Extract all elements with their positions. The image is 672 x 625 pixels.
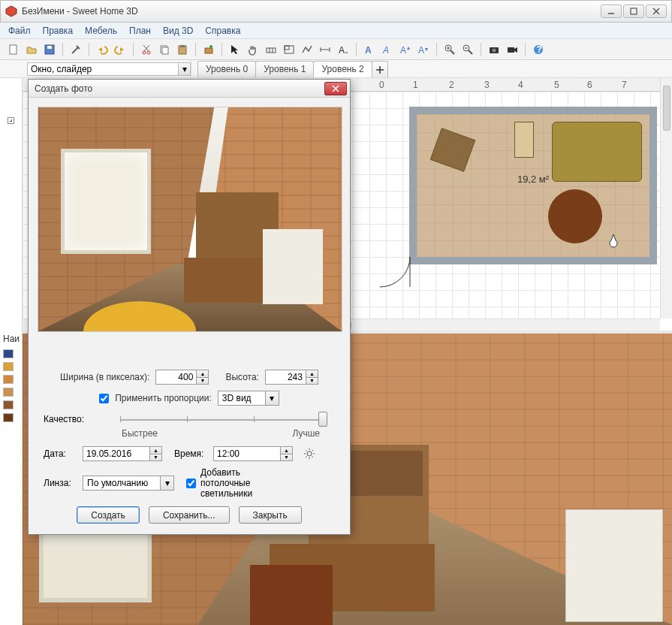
proportions-dropdown-button[interactable]: ▾: [266, 391, 279, 406]
apply-proportions-checkbox[interactable]: [99, 394, 109, 403]
sun-button[interactable]: [302, 446, 317, 461]
slider-thumb[interactable]: [318, 412, 327, 427]
svg-rect-20: [205, 48, 212, 53]
spin-up-button[interactable]: ▲: [197, 370, 209, 377]
svg-marker-39: [425, 48, 428, 51]
svg-text:A: A: [365, 45, 372, 56]
decrease-text-icon[interactable]: A: [416, 42, 431, 57]
quality-label: Качество:: [38, 414, 113, 424]
date-input[interactable]: [83, 446, 150, 461]
furniture-sofa[interactable]: [552, 122, 642, 182]
increase-text-icon[interactable]: A: [398, 42, 413, 57]
quality-slider[interactable]: [120, 412, 323, 427]
lens-input[interactable]: [83, 476, 161, 491]
preferences-icon[interactable]: [68, 42, 83, 57]
dialog-title: Создать фото: [35, 83, 324, 94]
list-item[interactable]: [2, 385, 21, 398]
svg-point-48: [493, 48, 496, 52]
text-bold-icon[interactable]: A: [362, 42, 377, 57]
list-item[interactable]: [2, 360, 21, 373]
menu-help[interactable]: Справка: [200, 24, 246, 38]
ceiling-lights-checkbox[interactable]: [186, 479, 196, 488]
add-level-button[interactable]: [372, 61, 388, 77]
furniture-desk[interactable]: [430, 128, 475, 172]
close-button[interactable]: [646, 5, 667, 18]
width-spinner: ▲▼: [155, 370, 209, 385]
create-video-icon[interactable]: [505, 42, 520, 57]
level-tab-2[interactable]: Уровень 2: [313, 61, 372, 77]
create-photo-dialog: Создать фото Ширина (в пикселах): ▲▼ Выс…: [28, 79, 351, 535]
tree-expand-icon[interactable]: [8, 117, 14, 124]
cut-icon[interactable]: [139, 42, 154, 57]
proportions-input[interactable]: [218, 391, 266, 406]
maximize-button[interactable]: [623, 5, 644, 18]
camera-icon[interactable]: [607, 233, 619, 248]
create-polyline-icon[interactable]: [300, 42, 315, 57]
scrollbar-thumb[interactable]: [663, 86, 670, 131]
width-input[interactable]: [155, 370, 197, 385]
create-button[interactable]: Создать: [77, 506, 140, 524]
minimize-button[interactable]: [601, 5, 622, 18]
spin-up-button[interactable]: ▲: [150, 446, 162, 454]
zoom-out-icon[interactable]: [460, 42, 475, 57]
create-photo-icon[interactable]: [487, 42, 502, 57]
menu-plan[interactable]: План: [124, 24, 156, 38]
menu-3dview[interactable]: Вид 3D: [158, 24, 198, 38]
list-item[interactable]: [2, 373, 21, 385]
quality-fast-label: Быстрее: [122, 428, 158, 439]
paste-icon[interactable]: [175, 42, 190, 57]
catalog-dropdown-button[interactable]: ▾: [179, 62, 191, 76]
copy-icon[interactable]: [157, 42, 172, 57]
create-rooms-icon[interactable]: [282, 42, 297, 57]
catalog-input[interactable]: [27, 62, 179, 76]
open-icon[interactable]: [24, 42, 39, 57]
redo-icon[interactable]: [113, 42, 128, 57]
height-input[interactable]: [265, 370, 306, 385]
spin-down-button[interactable]: ▼: [281, 454, 293, 462]
svg-rect-49: [508, 47, 514, 53]
spin-down-button[interactable]: ▼: [306, 377, 318, 385]
level-tab-1[interactable]: Уровень 1: [255, 61, 314, 77]
time-input[interactable]: [213, 446, 281, 461]
save-icon[interactable]: [42, 42, 57, 57]
menubar: Файл Правка Мебель План Вид 3D Справка: [0, 23, 672, 39]
spin-up-button[interactable]: ▲: [306, 370, 318, 377]
furniture-list: [2, 347, 21, 424]
menu-edit[interactable]: Правка: [38, 24, 79, 38]
spin-down-button[interactable]: ▼: [150, 454, 162, 462]
undo-icon[interactable]: [95, 42, 110, 57]
dialog-close-button[interactable]: [324, 82, 347, 95]
dialog-titlebar[interactable]: Создать фото: [29, 80, 350, 98]
plan-scrollbar-vertical[interactable]: [660, 78, 672, 319]
close-dialog-button[interactable]: Закрыть: [239, 506, 302, 524]
time-label: Время:: [174, 448, 207, 459]
list-item[interactable]: [2, 347, 21, 360]
furniture-table[interactable]: [548, 189, 602, 243]
help-icon[interactable]: ?: [531, 42, 546, 57]
window-title: БезИмени - Sweet Home 3D: [22, 6, 601, 17]
text-italic-icon[interactable]: A: [380, 42, 395, 57]
add-furniture-icon[interactable]: [201, 42, 216, 57]
level-tab-0[interactable]: Уровень 0: [197, 61, 256, 77]
spin-up-button[interactable]: ▲: [281, 446, 293, 454]
ceiling-lights-label: Добавить потолочные светильники: [200, 467, 234, 499]
pan-icon[interactable]: [246, 42, 261, 57]
svg-rect-19: [180, 45, 185, 47]
lens-dropdown-button[interactable]: ▾: [161, 476, 174, 491]
create-dimensions-icon[interactable]: [318, 42, 333, 57]
height-label: Высота:: [225, 372, 259, 382]
furniture-shelf[interactable]: [514, 122, 534, 158]
new-icon[interactable]: [6, 42, 21, 57]
create-text-icon[interactable]: A: [336, 42, 351, 57]
room-outline[interactable]: 19,2 м²: [409, 107, 657, 264]
select-icon[interactable]: [228, 42, 243, 57]
create-walls-icon[interactable]: [264, 42, 279, 57]
list-item[interactable]: [2, 411, 21, 424]
list-item[interactable]: [2, 398, 21, 411]
spin-down-button[interactable]: ▼: [197, 377, 209, 385]
menu-file[interactable]: Файл: [3, 24, 36, 38]
save-button[interactable]: Сохранить...: [149, 506, 230, 524]
zoom-in-icon[interactable]: [442, 42, 457, 57]
menu-furniture[interactable]: Мебель: [80, 24, 122, 38]
svg-line-66: [306, 457, 307, 458]
